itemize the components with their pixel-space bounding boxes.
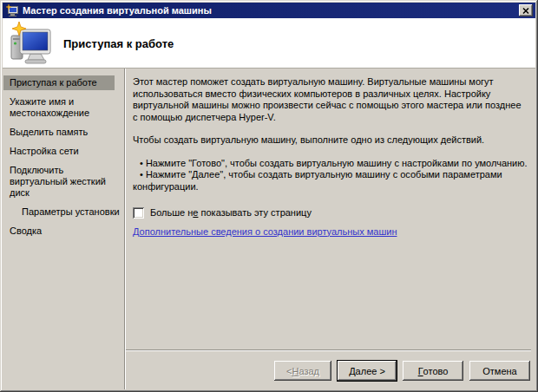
wizard-steps-sidebar: Приступая к работе Укажите имя и местона… bbox=[3, 69, 124, 389]
sidebar-item-assign-memory: Выделить память bbox=[3, 125, 124, 140]
finish-button[interactable]: Готово bbox=[403, 361, 463, 381]
bullet-icon: • bbox=[140, 158, 143, 168]
bullet-icon: • bbox=[140, 169, 143, 180]
dont-show-again-row[interactable]: Больше не показывать эту страницу bbox=[133, 207, 528, 219]
sidebar-item-connect-vhd: Подключить виртуальный жесткий диск bbox=[3, 163, 124, 200]
intro-paragraph: Этот мастер поможет создать виртуальную … bbox=[133, 76, 528, 123]
close-button[interactable] bbox=[519, 4, 533, 16]
sidebar-item-configure-networking: Настройка сети bbox=[3, 144, 124, 159]
next-button[interactable]: Далее > bbox=[338, 361, 397, 381]
dont-show-again-label[interactable]: Больше не показывать эту страницу bbox=[150, 207, 312, 219]
bullet-finish: • Нажмите "Готово", чтобы создать виртуа… bbox=[133, 158, 528, 170]
page-content: Этот мастер поможет создать виртуальную … bbox=[133, 76, 528, 238]
sidebar-item-name-location: Укажите имя и местонахождение bbox=[3, 95, 124, 121]
sidebar-item-summary: Сводка bbox=[3, 224, 124, 238]
page-title: Приступая к работе bbox=[63, 37, 174, 50]
wizard-header: Приступая к работе bbox=[3, 18, 535, 69]
new-vm-small-icon bbox=[5, 3, 19, 17]
dont-show-again-checkbox[interactable] bbox=[133, 207, 144, 219]
more-info-link[interactable]: Дополнительные сведения о создании вирту… bbox=[133, 226, 397, 238]
wizard-body: Приступая к работе Укажите имя и местона… bbox=[3, 69, 535, 389]
cancel-button[interactable]: Отмена bbox=[469, 361, 530, 381]
titlebar[interactable]: Мастер создания виртуальной машины bbox=[3, 3, 535, 18]
new-vm-wizard-window: Мастер создания виртуальной машины bbox=[0, 0, 538, 392]
back-button: < Назад bbox=[274, 361, 331, 381]
instruction-paragraph: Чтобы создать виртуальную машину, выполн… bbox=[133, 134, 528, 147]
bullet-next: • Нажмите "Далее", чтобы создать виртуал… bbox=[133, 169, 528, 193]
wizard-buttons: < Назад Далее > Готово Отмена bbox=[274, 361, 530, 381]
window-title: Мастер создания виртуальной машины bbox=[23, 5, 519, 16]
sidebar-divider bbox=[124, 69, 126, 389]
sidebar-item-installation-options: Параметры установки bbox=[3, 205, 124, 219]
footer-separator bbox=[126, 350, 531, 351]
new-vm-computer-star-icon bbox=[10, 21, 55, 66]
close-x-icon bbox=[522, 8, 529, 14]
sidebar-item-getting-started: Приступая к работе bbox=[3, 75, 115, 90]
